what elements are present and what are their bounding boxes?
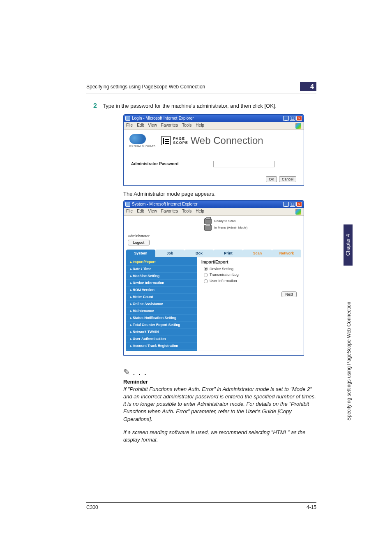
menu-file[interactable]: File [126, 123, 133, 129]
sidebar-item-import-export[interactable]: Import/Export [126, 259, 197, 266]
admin-window: System - Microsoft Internet Explorer _ ☐… [123, 200, 304, 356]
note-icon: ✎ [123, 368, 130, 377]
role-label: Administrator [128, 234, 150, 238]
footer-page: 4-15 [307, 504, 316, 510]
admin-sidebar: Import/Export Date / Time Machine Settin… [126, 257, 197, 351]
radio-label: Device Setting [210, 267, 233, 271]
menu-help[interactable]: Help [196, 123, 204, 129]
side-tab-chapter: Chapter 4 [344, 224, 353, 266]
radio-device-setting[interactable]: Device Setting [201, 266, 297, 272]
radio-transmission-log[interactable]: Transmission Log [201, 272, 297, 278]
login-window-title: Login - Microsoft Internet Explorer [132, 116, 194, 120]
next-button[interactable]: Next [281, 291, 297, 297]
footer-model: C300 [86, 504, 98, 510]
maximize-icon[interactable]: ☐ [290, 202, 295, 207]
menu-favorites[interactable]: Favorites [161, 123, 178, 129]
logout-button[interactable]: Logout [128, 240, 150, 245]
sidebar-item-machine-setting[interactable]: Machine Setting [126, 273, 197, 280]
reminder-body-2: If a screen reading software is used, we… [123, 429, 316, 444]
reminder-body-1: If "Prohibit Functions when Auth. Error"… [123, 386, 316, 423]
step-row: 2 Type in the password for the machine's… [86, 102, 316, 110]
tab-scan[interactable]: Scan [243, 250, 272, 257]
tab-network[interactable]: Network [272, 250, 301, 257]
admin-top-row: Administrator Logout [124, 231, 304, 248]
sidebar-item-device-information[interactable]: Device Information [126, 280, 197, 287]
tab-bar: System Job Box Print Scan Network [124, 250, 304, 257]
menu-file[interactable]: File [126, 209, 133, 215]
radio-icon[interactable] [204, 273, 208, 277]
sidebar-item-total-counter-report[interactable]: Total Counter Report Setting [126, 321, 197, 328]
close-icon[interactable]: × [296, 202, 302, 207]
sidebar-item-date-time[interactable]: Date / Time [126, 266, 197, 273]
menu-help[interactable]: Help [196, 209, 204, 215]
close-icon[interactable]: × [296, 116, 302, 121]
web-connection-text: Web Connection [191, 135, 263, 146]
menu-edit[interactable]: Edit [137, 123, 144, 129]
running-title: Specifying settings using PageScope Web … [86, 84, 205, 90]
sidebar-item-account-track[interactable]: Account Track Registration [126, 342, 197, 349]
minimize-icon[interactable]: _ [283, 116, 289, 121]
menu-favorites[interactable]: Favorites [161, 209, 178, 215]
login-menubar: File Edit View Favorites Tools Help [124, 122, 304, 130]
radio-label: User Information [210, 279, 237, 283]
pagescope-logo: PAGESCOPE Web Connection [161, 135, 263, 146]
sidebar-item-maintenance[interactable]: Maintenance [126, 308, 197, 314]
login-titlebar: Login - Microsoft Internet Explorer _ ☐ … [124, 115, 304, 122]
km-logo-wrap: KONICA MINOLTA [129, 134, 156, 147]
pagescope-text: PAGESCOPE [173, 136, 188, 145]
reminder-heading: Reminder [123, 379, 316, 385]
sidebar-item-user-authentication[interactable]: User Authentication [126, 335, 197, 342]
radio-icon[interactable] [204, 279, 208, 283]
sidebar-item-status-notification[interactable]: Status Notification Setting [126, 314, 197, 321]
login-buttons: OK Cancel [124, 171, 304, 185]
admin-content: Ready to Scan In Menu (Admin Mode) Admin… [124, 216, 304, 355]
tab-job[interactable]: Job [155, 250, 184, 257]
admin-password-input[interactable] [213, 161, 275, 167]
chapter-number-box: 4 [300, 82, 316, 91]
menu-tools[interactable]: Tools [182, 209, 191, 215]
admin-window-title: System - Microsoft Internet Explorer [132, 202, 198, 206]
minimize-icon[interactable]: _ [283, 202, 289, 207]
admin-menubar: File Edit View Favorites Tools Help [124, 208, 304, 216]
radio-icon[interactable] [204, 267, 208, 271]
status-mode: In Menu (Admin Mode) [214, 226, 247, 229]
radio-label: Transmission Log [210, 273, 239, 277]
sidebar-item-online-assistance[interactable]: Online Assistance [126, 301, 197, 308]
ps-bottom: SCOPE [173, 141, 188, 145]
sidebar-item-meter-count[interactable]: Meter Count [126, 294, 197, 301]
menu-tools[interactable]: Tools [182, 123, 191, 129]
printer-icon [204, 225, 212, 231]
sidebar-item-rom-version[interactable]: ROM Version [126, 287, 197, 294]
login-body: Administrator Password [124, 154, 304, 171]
banner: KONICA MINOLTA PAGESCOPE Web Connection [124, 130, 304, 154]
ok-button[interactable]: OK [266, 176, 277, 182]
pagescope-icon [161, 136, 171, 145]
login-content: KONICA MINOLTA PAGESCOPE Web Connection … [124, 130, 304, 185]
status-row: Ready to Scan [124, 216, 304, 225]
radio-user-information[interactable]: User Information [201, 278, 297, 284]
tab-system[interactable]: System [126, 250, 155, 257]
main-panel: Import/Export Device Setting Transmissio… [197, 257, 301, 351]
running-header: Specifying settings using PageScope Web … [86, 82, 316, 93]
status-ready: Ready to Scan [214, 219, 235, 223]
tab-box[interactable]: Box [184, 250, 214, 257]
cancel-button[interactable]: Cancel [279, 176, 296, 182]
menu-view[interactable]: View [148, 123, 157, 129]
ps-top: PAGE [173, 136, 185, 141]
login-window: Login - Microsoft Internet Explorer _ ☐ … [123, 114, 304, 186]
tab-print[interactable]: Print [214, 250, 243, 257]
menu-view[interactable]: View [148, 209, 157, 215]
sidebar-item-network-twain[interactable]: Network TWAIN [126, 328, 197, 335]
reminder-block: ✎ . . . Reminder If "Prohibit Functions … [123, 367, 316, 444]
admin-titlebar: System - Microsoft Internet Explorer _ ☐… [124, 201, 304, 208]
ie-icon [125, 116, 130, 121]
page-body: Specifying settings using PageScope Web … [86, 82, 316, 449]
km-logo-icon [129, 134, 146, 144]
km-brand-text: KONICA MINOLTA [129, 145, 156, 147]
main-split: Import/Export Date / Time Machine Settin… [124, 257, 304, 355]
step-text: Type in the password for the machine's a… [103, 102, 316, 110]
ie-logo-icon [295, 123, 301, 129]
login-row: Administrator Password [131, 161, 296, 167]
menu-edit[interactable]: Edit [137, 209, 144, 215]
maximize-icon[interactable]: ☐ [290, 116, 295, 121]
